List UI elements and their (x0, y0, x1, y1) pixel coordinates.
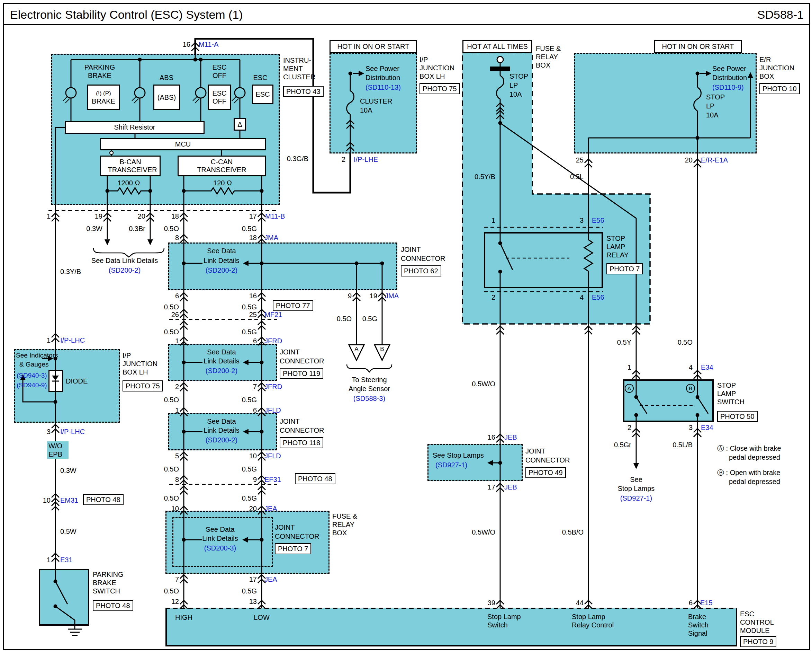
instrument-cluster-name: INSTRU-MENT CLUSTER (283, 56, 325, 81)
wire-label: 0.5Gr (614, 441, 631, 449)
wire-label: 0.5O (164, 303, 179, 311)
hot-in-on-or-start-label-right: HOT IN ON OR START (654, 40, 742, 53)
ref-sd200-2: (SD200-2) (109, 266, 140, 274)
ref-sd927-1: (SD927-1) (620, 494, 652, 502)
wire-label: 0.5Y/B (475, 173, 495, 181)
pin-6: 6 (253, 337, 257, 345)
pin-20: 20 (685, 156, 693, 164)
wire-label: 0.5O (164, 328, 179, 336)
mcu-box: MCU (100, 138, 266, 150)
pin-1: 1 (47, 212, 50, 220)
relay-pin-3: 3 (580, 216, 583, 225)
pin-25: 25 (249, 311, 257, 319)
photo-48: PHOTO 48 (295, 473, 336, 484)
photo-118: PHOTO 118 (280, 437, 323, 448)
photo-50: PHOTO 50 (717, 411, 758, 422)
wire-label: 0.5G (362, 315, 377, 323)
bcan-box: B-CAN TRANSCEIVER (100, 156, 160, 176)
wire-label: 0.5G (242, 587, 257, 595)
connector-jfrd: JFRD (264, 337, 282, 345)
pin-12: 12 (171, 597, 179, 606)
pin-1: 1 (175, 406, 179, 414)
ref-sd110-13: (SD110-13) (365, 83, 401, 92)
esc-legend: ESC (253, 73, 267, 82)
relay-pin-1: 1 (491, 216, 495, 225)
connector-e31: E31 (60, 556, 73, 564)
photo-62: PHOTO 62 (401, 265, 441, 277)
wo-epb-note: W/O EPB (47, 441, 69, 459)
pin-10: 10 (43, 496, 50, 504)
ref-sd110-9: (SD110-9) (712, 83, 744, 92)
connector-e56: E56 (592, 293, 604, 302)
to-steering: To Steering (352, 375, 387, 384)
pin-8: 8 (175, 475, 179, 484)
brake-lamp-box: (!) (P) BRAKE (87, 84, 120, 110)
pin-10: 10 (249, 452, 257, 460)
abs-lamp-label: (ABS) (157, 93, 176, 101)
esc-brake-switch-signal-label: Brake Switch Signal (688, 612, 719, 637)
ref-sd200-2: (SD200-2) (206, 367, 237, 375)
connector: CONNECTOR (401, 254, 446, 263)
pin-1: 1 (627, 363, 631, 371)
wire-label: 0.5L/B (673, 441, 693, 449)
shift-resistor-box: Shift Resistor (65, 121, 205, 134)
diode-box (49, 370, 63, 392)
pin-1: 1 (47, 336, 50, 344)
esc-off-lamp-label: ESC OFF (212, 89, 227, 105)
connector-jeb: JEB (504, 483, 517, 491)
photo-43: PHOTO 43 (283, 86, 324, 97)
connector-ere1a: E/R-E1A (701, 156, 728, 164)
pin-16: 16 (488, 433, 495, 441)
pin-44: 44 (576, 598, 583, 607)
wire-label: 0.5O (164, 225, 179, 233)
wire-label: 0.5G (242, 494, 257, 502)
see-indicators: See Indicators (16, 351, 58, 360)
connector: CONNECTOR (280, 426, 324, 435)
photo-9: PHOTO 9 (740, 636, 776, 647)
hot-label-text: HOT AT ALL TIMES (467, 43, 528, 51)
fuse-stop: STOP (706, 93, 725, 101)
see: See (630, 475, 643, 484)
pin-1: 1 (47, 556, 50, 564)
connector: CONNECTOR (280, 357, 324, 365)
wiring-diagram-page: Electronic Stability Control (ESC) Syste… (0, 0, 812, 652)
title-bar: Electronic Stability Control (ESC) Syste… (3, 3, 810, 25)
parking-brake-switch-box (39, 569, 89, 626)
connector-mf21: MF21 (264, 311, 282, 319)
abs-legend: ABS (160, 73, 173, 82)
wire-label: 0.5B/O (562, 528, 583, 536)
bcan-label: B-CAN TRANSCEIVER (108, 158, 153, 174)
wire-label: 0.5L (570, 173, 583, 181)
connector: CONNECTOR (525, 456, 570, 464)
pin-19: 19 (95, 212, 102, 220)
wire-label: 0.3W (60, 466, 76, 474)
connector-jfld: JFLD (264, 452, 281, 460)
fuse-amp: 10A (706, 111, 719, 119)
esc-off-lamp-box: ESC OFF (208, 84, 231, 110)
pin-26: 26 (171, 311, 179, 319)
pin-39: 39 (488, 598, 495, 607)
esc-lamp-box: ESC (252, 84, 273, 104)
triangle-icon: Δ (237, 121, 242, 129)
pin-4: 4 (689, 363, 693, 371)
pin-18: 18 (171, 212, 179, 220)
parking-brake-switch-name: PARKING BRAKE SWITCH (93, 570, 131, 595)
hot-label-text: HOT IN ON OR START (337, 43, 409, 51)
photo-48: PHOTO 48 (93, 600, 133, 611)
hot-in-on-or-start-label-mid: HOT IN ON OR START (330, 40, 417, 53)
esc-control-module-box (165, 608, 737, 646)
esc-control-module-name: ESC CONTROL MODULE (740, 610, 781, 635)
wire-label: 0.5O (337, 315, 352, 323)
distribution: Distribution (365, 73, 400, 82)
wire-label: 0.5Y (617, 338, 631, 346)
esc-stop-lamp-switch-label: Stop Lamp Switch (487, 612, 529, 629)
pin-2: 2 (175, 383, 179, 391)
joint: JOINT (275, 523, 295, 531)
joint: JOINT (401, 245, 421, 254)
photo-10: PHOTO 10 (759, 83, 800, 94)
relay-pin-4: 4 (580, 293, 583, 302)
esc-low-label: LOW (254, 613, 270, 621)
abs-lamp-box: (ABS) (153, 84, 180, 110)
see-data: See Data (207, 417, 236, 425)
joint-connector-62-block (168, 242, 397, 290)
